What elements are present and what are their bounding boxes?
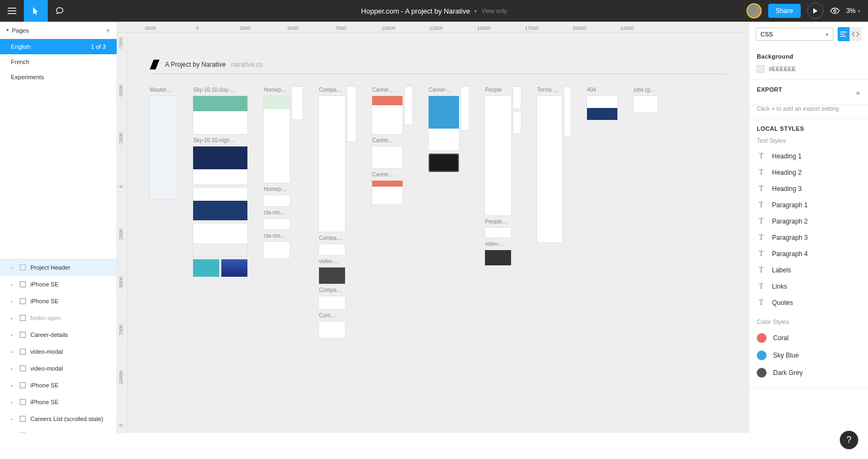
frame-label[interactable]: jobs (g… bbox=[634, 87, 658, 93]
text-style-item[interactable]: THeading 2 bbox=[757, 164, 860, 181]
layer-item[interactable]: ▸iPhone SE bbox=[0, 293, 117, 310]
frame-label[interactable]: video-… bbox=[319, 258, 345, 264]
layer-item[interactable]: ▸Project Header bbox=[0, 259, 117, 276]
frame-label[interactable]: 404 bbox=[587, 87, 617, 93]
frame-thumb[interactable] bbox=[485, 96, 511, 215]
frame-thumb[interactable] bbox=[347, 87, 356, 141]
frame-thumb[interactable] bbox=[372, 181, 403, 205]
frame-label[interactable]: Master… bbox=[150, 87, 177, 93]
frame-thumb[interactable] bbox=[319, 244, 345, 255]
frame-thumb[interactable] bbox=[461, 87, 469, 130]
frame-thumb[interactable] bbox=[537, 96, 562, 243]
code-view-button[interactable] bbox=[850, 27, 861, 41]
text-style-item[interactable]: THeading 3 bbox=[757, 181, 860, 197]
cursor-tool[interactable] bbox=[24, 0, 48, 22]
frame-thumb[interactable] bbox=[292, 87, 303, 119]
frame-thumb[interactable] bbox=[485, 228, 511, 238]
layer-item[interactable]: ▸footer-open bbox=[0, 310, 117, 327]
user-avatar[interactable] bbox=[746, 3, 762, 18]
frame-label[interactable]: Compa… bbox=[319, 87, 345, 93]
frame-thumb[interactable] bbox=[319, 322, 345, 338]
frame-thumb[interactable] bbox=[150, 96, 177, 199]
pages-title[interactable]: ▾ Pages bbox=[7, 27, 29, 34]
layer-item[interactable]: ▸iPhone SE bbox=[0, 394, 117, 411]
text-style-item[interactable]: TParagraph 4 bbox=[757, 246, 860, 262]
present-button[interactable] bbox=[807, 3, 824, 19]
frame-thumb[interactable] bbox=[319, 296, 345, 309]
frame-thumb[interactable] bbox=[372, 146, 403, 168]
text-style-item[interactable]: TParagraph 1 bbox=[757, 197, 860, 213]
zoom-menu[interactable]: 3% ▾ bbox=[846, 7, 860, 15]
add-export-button[interactable]: + bbox=[856, 88, 860, 97]
frame-thumb[interactable] bbox=[634, 96, 658, 112]
frame-thumb[interactable] bbox=[221, 259, 247, 277]
frame-label[interactable]: video-… bbox=[485, 241, 511, 247]
text-style-item[interactable]: TParagraph 3 bbox=[757, 229, 860, 246]
frame-thumb[interactable] bbox=[319, 267, 345, 284]
frame-thumb[interactable] bbox=[319, 96, 345, 232]
frame-label[interactable]: Homep… bbox=[264, 87, 290, 93]
layer-item[interactable]: ▸video-modal bbox=[0, 360, 117, 377]
frame-thumb[interactable] bbox=[429, 96, 459, 150]
frame-label[interactable]: Compa… bbox=[319, 235, 345, 241]
page-item[interactable]: Experiments bbox=[0, 69, 117, 85]
text-style-item[interactable]: TParagraph 2 bbox=[757, 213, 860, 229]
layer-item[interactable]: ▸Careers List (scrolled state) bbox=[0, 411, 117, 428]
frame-thumb[interactable] bbox=[193, 224, 247, 256]
color-style-item[interactable]: Dark Grey bbox=[757, 364, 860, 381]
frame-label[interactable]: Sky-16:10-day-C… bbox=[193, 87, 237, 93]
frame-label[interactable]: People bbox=[485, 87, 511, 93]
page-item[interactable]: French bbox=[0, 54, 117, 69]
list-view-button[interactable] bbox=[838, 27, 850, 41]
frame-thumb[interactable] bbox=[513, 87, 521, 109]
code-mode-select[interactable]: CSS ▾ bbox=[756, 28, 833, 41]
frame-thumb[interactable] bbox=[564, 87, 571, 136]
color-style-item[interactable]: Coral bbox=[757, 329, 860, 347]
frame-thumb[interactable] bbox=[372, 96, 403, 134]
frame-thumb[interactable] bbox=[193, 96, 247, 134]
text-style-item[interactable]: TLabels bbox=[757, 262, 860, 278]
text-style-item[interactable]: TLinks bbox=[757, 278, 860, 295]
canvas[interactable]: -250002500500075001000012500150001750020… bbox=[117, 22, 749, 433]
frame-thumb[interactable] bbox=[513, 112, 521, 133]
frame-label[interactable]: Career… bbox=[372, 87, 403, 93]
frame-thumb[interactable] bbox=[193, 146, 247, 184]
frame-label[interactable]: cta-mo… bbox=[264, 233, 290, 239]
background-row[interactable]: #EEEEEE bbox=[757, 65, 860, 73]
frame-label[interactable]: Terms … bbox=[537, 87, 562, 93]
frame-thumb[interactable] bbox=[193, 188, 247, 220]
canvas-inner[interactable]: A Project by Narative narative.co Master… bbox=[128, 33, 749, 433]
layer-item[interactable]: ▸Careers List bbox=[0, 428, 117, 433]
layer-item[interactable]: ▸iPhone SE bbox=[0, 377, 117, 394]
frame-label[interactable]: Sky-16:10-night-… bbox=[193, 137, 237, 143]
text-style-item[interactable]: TQuotes bbox=[757, 295, 860, 311]
layer-item[interactable]: ▸Career-details bbox=[0, 327, 117, 343]
view-settings-button[interactable] bbox=[830, 8, 840, 14]
frame-label[interactable]: Com… bbox=[319, 313, 345, 318]
frame-thumb[interactable] bbox=[193, 259, 219, 277]
comment-tool[interactable] bbox=[48, 0, 72, 22]
frame-thumb[interactable] bbox=[264, 242, 290, 258]
frame-thumb[interactable] bbox=[264, 96, 290, 183]
frame-label[interactable]: Career… bbox=[372, 171, 403, 177]
layer-item[interactable]: ▸iPhone SE bbox=[0, 276, 117, 293]
frame-label[interactable]: Homep… bbox=[264, 186, 290, 192]
frame-thumb[interactable] bbox=[587, 96, 617, 120]
frame-label[interactable]: People… bbox=[485, 219, 511, 225]
share-button[interactable]: Share bbox=[768, 4, 801, 18]
frame-thumb[interactable] bbox=[264, 219, 290, 229]
add-page-button[interactable]: + bbox=[106, 26, 110, 35]
frame-label[interactable]: Compa… bbox=[319, 287, 345, 293]
frame-thumb[interactable] bbox=[485, 250, 511, 265]
menu-button[interactable] bbox=[0, 0, 24, 22]
document-title[interactable]: Hopper.com - A project by Narative ▾ Vie… bbox=[361, 7, 507, 15]
project-header-frame[interactable]: A Project by Narative narative.co bbox=[150, 60, 727, 74]
color-style-item[interactable]: Sky Blue bbox=[757, 347, 860, 364]
frame-label[interactable]: cta-mo… bbox=[264, 209, 290, 215]
frame-thumb[interactable] bbox=[264, 195, 290, 206]
frame-thumb[interactable] bbox=[429, 154, 459, 172]
text-style-item[interactable]: THeading 1 bbox=[757, 148, 860, 164]
frame-label[interactable]: Career… bbox=[372, 137, 403, 143]
frame-label[interactable]: Career-… bbox=[429, 87, 459, 93]
page-item[interactable]: English1 of 3 bbox=[0, 39, 117, 54]
